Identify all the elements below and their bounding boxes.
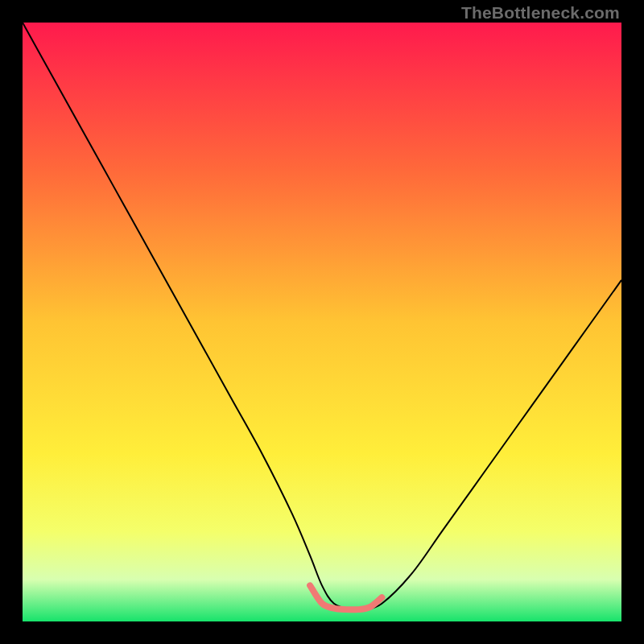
curve-layer (23, 23, 621, 621)
plot-area (23, 23, 621, 621)
bottleneck-curve (23, 23, 621, 610)
watermark: TheBottleneck.com (461, 3, 620, 23)
optimal-marker (310, 585, 382, 609)
chart-container: TheBottleneck.com (0, 0, 644, 644)
